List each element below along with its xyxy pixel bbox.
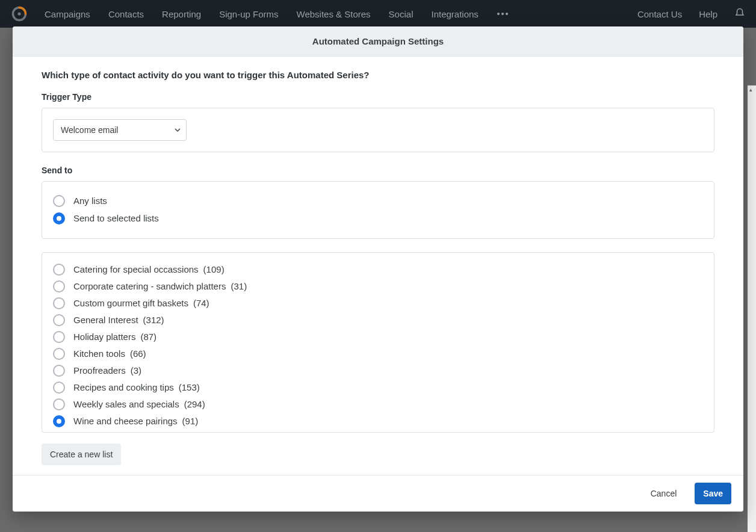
radio-icon[interactable] bbox=[53, 280, 65, 292]
radio-icon[interactable] bbox=[53, 195, 65, 207]
list-item-count: (312) bbox=[143, 315, 164, 325]
list-item-label: Proofreaders(3) bbox=[73, 365, 141, 376]
question-text: Which type of contact activity do you wa… bbox=[42, 70, 714, 80]
nav-signup-forms[interactable]: Sign-up Forms bbox=[219, 9, 278, 19]
list-item-label: General Interest(312) bbox=[73, 315, 164, 325]
list-item-count: (66) bbox=[130, 348, 146, 359]
send-to-option-1[interactable]: Send to selected lists bbox=[53, 210, 703, 227]
list-item-count: (3) bbox=[131, 365, 141, 376]
nav-websites-stores[interactable]: Websites & Stores bbox=[297, 9, 371, 19]
radio-icon[interactable] bbox=[53, 212, 65, 224]
cancel-button[interactable]: Cancel bbox=[642, 483, 686, 504]
nav-help[interactable]: Help bbox=[699, 9, 717, 19]
send-to-panel: Any listsSend to selected lists bbox=[42, 181, 714, 239]
radio-icon[interactable] bbox=[53, 264, 65, 276]
list-item-label: Custom gourmet gift baskets(74) bbox=[73, 298, 209, 308]
radio-icon[interactable] bbox=[53, 365, 65, 377]
list-item[interactable]: Holiday platters(87) bbox=[53, 329, 703, 345]
nav-left: Campaigns Contacts Reporting Sign-up For… bbox=[45, 9, 509, 19]
trigger-type-panel: Welcome email bbox=[42, 108, 714, 152]
settings-modal: Automated Campaign Settings Which type o… bbox=[13, 26, 743, 512]
send-to-option-0[interactable]: Any lists bbox=[53, 193, 703, 209]
svg-point-1 bbox=[17, 12, 20, 15]
send-to-label: Send to bbox=[42, 165, 714, 175]
nav-reporting[interactable]: Reporting bbox=[162, 9, 201, 19]
nav-integrations[interactable]: Integrations bbox=[431, 9, 478, 19]
brand-logo-icon[interactable] bbox=[11, 5, 28, 22]
modal-footer: Cancel Save bbox=[13, 475, 743, 512]
list-item-label: Holiday platters(87) bbox=[73, 332, 156, 342]
top-nav: Campaigns Contacts Reporting Sign-up For… bbox=[0, 0, 756, 28]
radio-icon[interactable] bbox=[53, 382, 65, 394]
list-item[interactable]: Recipes and cooking tips(153) bbox=[53, 379, 703, 396]
list-item-count: (153) bbox=[179, 382, 200, 392]
modal-title: Automated Campaign Settings bbox=[13, 26, 743, 57]
list-item[interactable]: Wine and cheese pairings(91) bbox=[53, 413, 703, 430]
trigger-type-select[interactable]: Welcome email bbox=[53, 119, 187, 141]
page-scrollbar[interactable]: ▴ bbox=[748, 85, 756, 532]
radio-icon[interactable] bbox=[53, 297, 65, 309]
create-new-list-button[interactable]: Create a new list bbox=[42, 444, 121, 465]
list-item-count: (91) bbox=[182, 416, 199, 426]
send-to-option-label: Any lists bbox=[73, 196, 107, 206]
list-item[interactable]: Corporate catering - sandwich platters(3… bbox=[53, 278, 703, 295]
list-item-label: Wine and cheese pairings(91) bbox=[73, 416, 198, 426]
nav-contacts[interactable]: Contacts bbox=[108, 9, 144, 19]
nav-right: Contact Us Help bbox=[637, 8, 745, 20]
list-item-count: (87) bbox=[140, 332, 156, 342]
nav-social[interactable]: Social bbox=[389, 9, 414, 19]
lists-panel[interactable]: Catering for special occassions(109)Corp… bbox=[42, 252, 714, 433]
trigger-type-value: Welcome email bbox=[61, 125, 118, 135]
list-item-count: (294) bbox=[184, 399, 205, 409]
list-item[interactable]: Catering for special occassions(109) bbox=[53, 261, 703, 278]
list-item-count: (109) bbox=[203, 264, 225, 274]
list-item-count: (31) bbox=[231, 281, 247, 291]
radio-icon[interactable] bbox=[53, 415, 65, 427]
list-item-label: Weekly sales and specials(294) bbox=[73, 399, 205, 409]
list-item-label: Recipes and cooking tips(153) bbox=[73, 382, 200, 392]
radio-icon[interactable] bbox=[53, 314, 65, 326]
list-item-label: Corporate catering - sandwich platters(3… bbox=[73, 281, 247, 291]
notifications-icon[interactable] bbox=[734, 8, 745, 20]
nav-campaigns[interactable]: Campaigns bbox=[45, 9, 90, 19]
radio-icon[interactable] bbox=[53, 348, 65, 360]
list-item-label: Catering for special occassions(109) bbox=[73, 264, 225, 274]
nav-contact-us[interactable]: Contact Us bbox=[637, 9, 682, 19]
list-item[interactable]: Custom gourmet gift baskets(74) bbox=[53, 295, 703, 312]
list-item[interactable]: Weekly sales and specials(294) bbox=[53, 396, 703, 413]
trigger-type-label: Trigger Type bbox=[42, 92, 714, 102]
list-item[interactable]: Kitchen tools(66) bbox=[53, 345, 703, 362]
radio-icon[interactable] bbox=[53, 398, 65, 410]
send-to-option-label: Send to selected lists bbox=[73, 213, 159, 223]
list-item[interactable]: General Interest(312) bbox=[53, 312, 703, 329]
radio-icon[interactable] bbox=[53, 331, 65, 343]
save-button[interactable]: Save bbox=[695, 483, 731, 504]
list-item-label: Kitchen tools(66) bbox=[73, 348, 146, 359]
modal-body: Which type of contact activity do you wa… bbox=[13, 57, 743, 475]
nav-more-icon[interactable] bbox=[497, 13, 509, 15]
list-item-count: (74) bbox=[193, 298, 209, 308]
list-item[interactable]: Proofreaders(3) bbox=[53, 362, 703, 379]
